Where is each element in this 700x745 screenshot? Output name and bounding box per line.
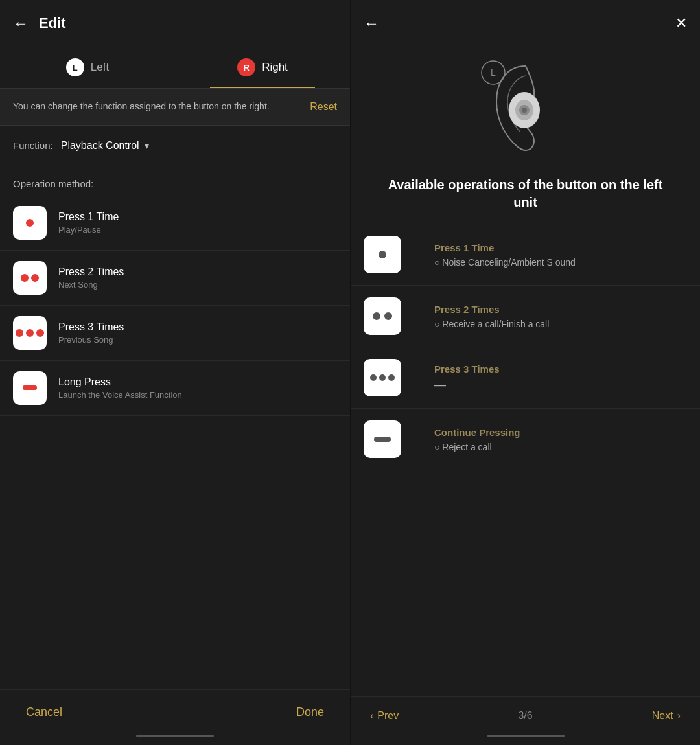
home-indicator-right (351, 735, 700, 745)
left-tab-icon: L (66, 58, 84, 76)
prev-button[interactable]: ‹ Prev (370, 710, 399, 722)
prev-chevron-icon: ‹ (370, 710, 373, 722)
op-title-long: Long Press (58, 376, 182, 388)
home-bar-left (136, 735, 214, 737)
right-panel: ← ✕ L Available operations of the button… (350, 0, 700, 745)
left-tab-label: Left (91, 61, 109, 74)
function-row: Function: Playback Control ▾ (0, 126, 350, 166)
next-button[interactable]: Next › (652, 710, 681, 722)
ops-bullet-single: ○ Noise Canceling/Ambient S ound (434, 257, 576, 268)
chevron-down-icon: ▾ (145, 141, 149, 151)
ops-title-triple: Press 3 Times (434, 363, 500, 374)
prev-label: Prev (377, 710, 399, 722)
ops-row-long: Continue Pressing ○ Reject a call (351, 409, 700, 470)
function-label: Function: (13, 140, 53, 151)
left-header: ← Edit (0, 0, 350, 47)
ear-svg: L (474, 53, 578, 163)
ops-content-long: Continue Pressing ○ Reject a call (434, 427, 520, 452)
op-text-double: Press 2 Times Next Song (58, 266, 124, 290)
reset-button[interactable]: Reset (310, 101, 337, 113)
ops-content-double: Press 2 Times ○ Receive a call/Finish a … (434, 304, 549, 329)
home-indicator-left (0, 735, 350, 745)
right-tab-icon: R (237, 58, 255, 76)
ops-dash-triple: — (434, 378, 500, 392)
right-header: ← ✕ (351, 0, 700, 47)
ops-icon-triple (364, 359, 401, 396)
left-back-button[interactable]: ← (13, 14, 29, 32)
ops-icon-single (364, 236, 401, 273)
separator-long (421, 420, 421, 458)
ops-row-double: Press 2 Times ○ Receive a call/Finish a … (351, 286, 700, 347)
bottom-bar: Cancel Done (0, 689, 350, 735)
op-subtitle-double: Next Song (58, 280, 124, 290)
op-text-long: Long Press Launch the Voice Assist Funct… (58, 376, 182, 400)
left-title: Edit (39, 15, 66, 32)
op-item-press2[interactable]: Press 2 Times Next Song (0, 251, 350, 306)
op-title-triple: Press 3 Times (58, 321, 124, 333)
svg-point-5 (522, 108, 527, 113)
info-text: You can change the function assigned to … (13, 100, 297, 113)
ops-title-double: Press 2 Times (434, 304, 549, 315)
function-dropdown[interactable]: Playback Control ▾ (61, 140, 149, 152)
op-text-triple: Press 3 Times Previous Song (58, 321, 124, 345)
op-subtitle-triple: Previous Song (58, 335, 124, 345)
svg-text:L: L (491, 67, 496, 78)
op-item-long[interactable]: Long Press Launch the Voice Assist Funct… (0, 361, 350, 416)
op-text-single: Press 1 Time Play/Pause (58, 211, 119, 235)
home-bar-right (487, 735, 565, 737)
ops-bullet-double: ○ Receive a call/Finish a call (434, 319, 549, 329)
op-icon-long (13, 371, 47, 405)
done-button[interactable]: Done (296, 705, 324, 719)
right-close-button[interactable]: ✕ (675, 15, 687, 32)
separator-single (421, 236, 421, 273)
next-chevron-icon: › (677, 710, 681, 722)
separator-triple (421, 359, 421, 396)
tab-right[interactable]: R Right (175, 47, 350, 88)
op-icon-single (13, 206, 47, 240)
ops-icon-long (364, 420, 401, 458)
ops-row-triple: Press 3 Times — (351, 347, 700, 409)
ops-icon-double (364, 297, 401, 335)
tabs-container: L Left R Right (0, 47, 350, 89)
ops-bullet-long: ○ Reject a call (434, 442, 520, 452)
operation-method-label: Operation method: (0, 166, 350, 196)
pagination: ‹ Prev 3/6 Next › (351, 696, 700, 735)
op-title-double: Press 2 Times (58, 266, 124, 278)
right-info-title: Available operations of the button on th… (351, 176, 700, 224)
info-bar: You can change the function assigned to … (0, 89, 350, 126)
ear-illustration: L (351, 47, 700, 176)
separator-double (421, 297, 421, 335)
tab-left[interactable]: L Left (0, 47, 175, 88)
cancel-button[interactable]: Cancel (26, 705, 62, 719)
ops-content-single: Press 1 Time ○ Noise Canceling/Ambient S… (434, 242, 576, 268)
op-icon-triple (13, 316, 47, 350)
page-indicator: 3/6 (518, 710, 532, 722)
op-icon-double (13, 261, 47, 295)
ops-title-single: Press 1 Time (434, 242, 576, 253)
op-item-press3[interactable]: Press 3 Times Previous Song (0, 306, 350, 361)
ops-title-long: Continue Pressing (434, 427, 520, 438)
right-back-button[interactable]: ← (364, 14, 379, 32)
right-tab-label: Right (262, 61, 288, 74)
ops-list: Press 1 Time ○ Noise Canceling/Ambient S… (351, 224, 700, 696)
left-panel: ← Edit L Left R Right You can change the… (0, 0, 350, 745)
next-label: Next (652, 710, 673, 722)
op-item-press1[interactable]: Press 1 Time Play/Pause (0, 196, 350, 251)
op-subtitle-single: Play/Pause (58, 225, 119, 235)
function-value: Playback Control (61, 140, 139, 152)
op-title-single: Press 1 Time (58, 211, 119, 223)
op-subtitle-long: Launch the Voice Assist Function (58, 390, 182, 400)
ops-row-single: Press 1 Time ○ Noise Canceling/Ambient S… (351, 224, 700, 286)
ops-content-triple: Press 3 Times — (434, 363, 500, 392)
